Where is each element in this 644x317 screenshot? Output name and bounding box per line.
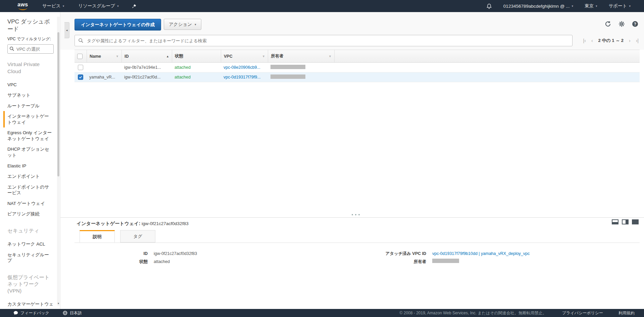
scrollbar-down-arrow-icon[interactable]: ▾ bbox=[57, 302, 60, 305]
pagination-label: 2 中の 1 ～ 2 bbox=[598, 38, 624, 44]
terms-link[interactable]: 利用規約 bbox=[618, 310, 635, 316]
notifications-bell-icon[interactable] bbox=[486, 3, 492, 9]
sidebar-item-peering-connections[interactable]: ピアリング接続 bbox=[7, 209, 52, 219]
sidebar-item-customer-gateways[interactable]: カスタマーゲートウェ bbox=[7, 299, 52, 309]
panel-layout-full-icon[interactable] bbox=[632, 219, 639, 224]
scrollbar-thumb[interactable] bbox=[57, 32, 59, 176]
sidebar-item-egress-only-igw[interactable]: Egress Only インターネットゲートウェイ bbox=[7, 127, 52, 144]
sidebar-item-network-acl[interactable]: ネットワーク ACL bbox=[7, 239, 52, 250]
chevron-down-icon: ▾ bbox=[596, 4, 597, 8]
actions-button[interactable]: アクション ▾ bbox=[164, 19, 201, 30]
aws-logo[interactable]: aws bbox=[17, 2, 28, 10]
sidebar-collapse-handle[interactable]: ◂ bbox=[64, 22, 69, 38]
column-header-vpc[interactable]: VPC ▼ bbox=[221, 50, 268, 62]
cell-name: yamaha_vR... bbox=[87, 75, 121, 80]
globe-icon bbox=[63, 311, 67, 315]
table-row[interactable]: igw-0b7a7e194e1... attached vpc-08e20906… bbox=[75, 63, 640, 72]
tab-description[interactable]: 説明 bbox=[80, 230, 115, 243]
table-row-selected[interactable]: yamaha_vR... igw-0f21c27acf0d... attache… bbox=[75, 72, 640, 82]
sidebar-item-dhcp-options[interactable]: DHCP オプションセット bbox=[7, 144, 52, 160]
chevron-down-icon: ▾ bbox=[629, 4, 631, 8]
sidebar-section-vpn: 仮想プライベートネットワーク (VPN) bbox=[7, 274, 52, 294]
detail-tabs: 説明 タグ bbox=[80, 230, 155, 243]
sidebar-item-subnets[interactable]: サブネット bbox=[7, 90, 52, 101]
search-icon bbox=[78, 38, 84, 43]
column-header-name[interactable]: Name ▼ bbox=[87, 50, 121, 62]
column-header-owner[interactable]: 所有者 ▼ bbox=[268, 50, 334, 62]
owner-redacted-block bbox=[270, 65, 305, 69]
support-menu[interactable]: サポート ▾ bbox=[609, 3, 631, 9]
owner-redacted-block bbox=[432, 259, 459, 263]
settings-gear-icon[interactable] bbox=[618, 21, 625, 27]
panel-resize-handle[interactable] bbox=[352, 214, 362, 216]
region-menu[interactable]: 東京 ▾ bbox=[585, 3, 597, 9]
pin-icon[interactable] bbox=[132, 4, 137, 9]
row-checkbox[interactable] bbox=[78, 65, 83, 70]
create-internet-gateway-button[interactable]: インターネットゲートウェイの作成 bbox=[75, 19, 161, 31]
sidebar-item-endpoints[interactable]: エンドポイント bbox=[7, 171, 52, 182]
owner-redacted-block bbox=[270, 74, 305, 79]
next-page-button[interactable]: › bbox=[629, 38, 631, 43]
panel-layout-bottom-icon[interactable] bbox=[612, 219, 618, 224]
chevron-down-icon: ▾ bbox=[63, 4, 64, 8]
sidebar-title: VPC ダッシュボード bbox=[7, 18, 52, 33]
prev-page-button[interactable]: ‹ bbox=[591, 38, 593, 43]
panel-divider bbox=[60, 217, 644, 218]
main-content: ◂ インターネットゲートウェイの作成 アクション ▾ ? |‹ ‹ 2 中の 1… bbox=[60, 12, 644, 309]
sidebar-item-internet-gateways[interactable]: インターネットゲートウェイ bbox=[3, 111, 52, 127]
first-page-button[interactable]: |‹ bbox=[583, 38, 586, 43]
field-label-state: 状態 bbox=[74, 258, 148, 266]
table-header-row: Name ▼ ID ▲ 状態 VPC ▼ 所有者 ▼ bbox=[75, 50, 640, 63]
cell-state: attached bbox=[172, 65, 221, 70]
sort-down-icon: ▼ bbox=[329, 55, 332, 58]
services-menu[interactable]: サービス ▾ bbox=[42, 3, 64, 9]
top-navigation-bar: aws サービス ▾ リソースグループ ▾ 0123456789abcdefgh… bbox=[0, 0, 644, 12]
pagination: |‹ ‹ 2 中の 1 ～ 2 › ›| bbox=[577, 35, 639, 46]
sidebar: VPC ダッシュボード VPC でフィルタリング: Virtual Privat… bbox=[0, 12, 60, 309]
filter-search-bar bbox=[75, 35, 573, 46]
sidebar-item-endpoint-services[interactable]: エンドポイントのサービス bbox=[7, 182, 52, 198]
column-header-state[interactable]: 状態 bbox=[172, 50, 221, 62]
chevron-down-icon: ▾ bbox=[572, 4, 573, 8]
refresh-icon[interactable] bbox=[605, 21, 611, 27]
sidebar-item-route-tables[interactable]: ルートテーブル bbox=[7, 101, 52, 111]
internet-gateways-table: Name ▼ ID ▲ 状態 VPC ▼ 所有者 ▼ igw-0b7a bbox=[75, 50, 640, 82]
attached-vpc-link[interactable]: vpc-0d19317f79f9b10dd | yamaha_vRX_deplo… bbox=[432, 251, 530, 256]
row-checkbox-checked[interactable] bbox=[78, 74, 83, 80]
vpc-link[interactable]: vpc-0d19317f79f9... bbox=[224, 75, 261, 80]
help-icon[interactable]: ? bbox=[632, 21, 638, 27]
privacy-policy-link[interactable]: プライバシーポリシー bbox=[562, 310, 603, 316]
detail-title-label: インターネットゲートウェイ: bbox=[77, 221, 140, 226]
sidebar-scrollbar[interactable]: ▾ bbox=[57, 17, 60, 306]
field-label-attached-vpc: アタッチ済み VPC ID bbox=[329, 250, 426, 258]
detail-panel-title: インターネットゲートウェイ: igw-0f21c27acf0d32f83 bbox=[77, 221, 189, 227]
tab-tags[interactable]: タグ bbox=[120, 230, 155, 243]
search-icon bbox=[9, 46, 14, 51]
select-all-checkbox[interactable] bbox=[77, 54, 83, 59]
account-menu[interactable]: 0123456789abcdefghijklmn @ ... ▾ bbox=[503, 4, 573, 9]
cell-id: igw-0f21c27acf0d... bbox=[121, 75, 172, 80]
resource-filter-input[interactable] bbox=[86, 38, 572, 44]
vpc-link[interactable]: vpc-08e20906cb9... bbox=[224, 65, 260, 70]
field-value-id: igw-0f21c27acf0d32f83 bbox=[148, 250, 197, 258]
field-value-state: attached bbox=[148, 258, 170, 266]
sort-down-icon: ▼ bbox=[262, 55, 265, 58]
last-page-button[interactable]: ›| bbox=[636, 38, 639, 43]
sort-down-icon: ▼ bbox=[116, 55, 119, 58]
sidebar-item-vpc[interactable]: VPC bbox=[7, 80, 52, 90]
sidebar-item-security-groups[interactable]: セキュリティグループ bbox=[7, 250, 52, 266]
panel-layout-right-icon[interactable] bbox=[622, 219, 629, 224]
column-header-id[interactable]: ID ▲ bbox=[121, 50, 172, 62]
detail-fields-left: ID igw-0f21c27acf0d32f83 状態 attached bbox=[74, 250, 197, 266]
aws-logo-swoosh bbox=[18, 7, 27, 10]
panel-layout-controls bbox=[612, 219, 639, 224]
language-button[interactable]: 日本語 bbox=[63, 310, 82, 316]
chevron-down-icon: ▾ bbox=[117, 4, 119, 8]
detail-title-value: igw-0f21c27acf0d32f83 bbox=[142, 221, 189, 226]
resource-groups-menu[interactable]: リソースグループ ▾ bbox=[78, 3, 118, 9]
chevron-down-icon: ▾ bbox=[195, 23, 196, 26]
sidebar-item-elastic-ip[interactable]: Elastic IP bbox=[7, 161, 52, 171]
feedback-button[interactable]: フィードバック bbox=[13, 310, 49, 316]
sidebar-item-nat-gateways[interactable]: NAT ゲートウェイ bbox=[7, 198, 52, 209]
field-label-owner: 所有者 bbox=[329, 258, 426, 266]
